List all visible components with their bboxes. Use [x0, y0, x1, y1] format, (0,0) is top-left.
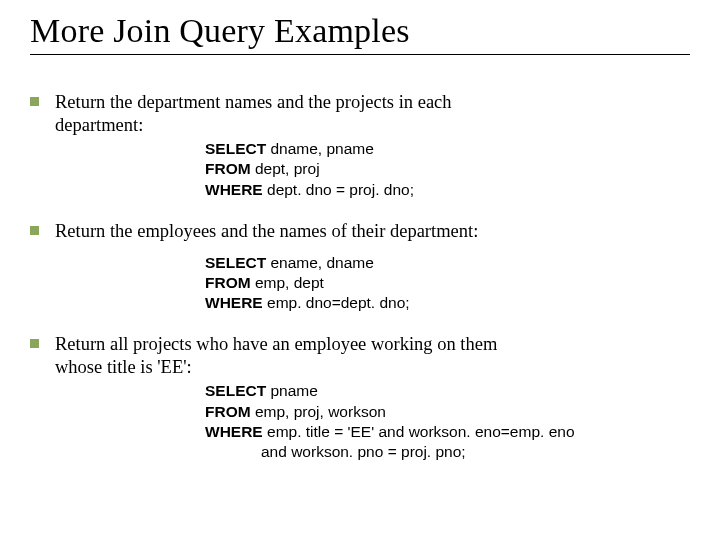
bullet-icon [30, 226, 39, 235]
title-rule [30, 54, 690, 55]
bullet-icon [30, 339, 39, 348]
item-intro-line1: Return the employees and the names of th… [55, 220, 690, 243]
sql-where-kw: WHERE [205, 181, 263, 198]
sql-where-kw: WHERE [205, 294, 263, 311]
sql-select-rest: pname [266, 382, 318, 399]
sql-from-kw: FROM [205, 160, 251, 177]
slide-title: More Join Query Examples [30, 12, 690, 50]
list-item: Return all projects who have an employee… [30, 333, 690, 476]
item-body: Return the employees and the names of th… [55, 220, 690, 328]
sql-where-kw: WHERE [205, 423, 263, 440]
sql-where-extra: and workson. pno = proj. pno; [205, 443, 466, 460]
item-body: Return the department names and the proj… [55, 91, 690, 214]
spacer [55, 243, 690, 251]
sql-select-kw: SELECT [205, 140, 266, 157]
sql-select-kw: SELECT [205, 382, 266, 399]
sql-from-rest: dept, proj [251, 160, 320, 177]
list-item: Return the department names and the proj… [30, 91, 690, 214]
bullet-icon [30, 97, 39, 106]
sql-block: SELECT pname FROM emp, proj, workson WHE… [205, 381, 690, 462]
sql-from-rest: emp, dept [251, 274, 324, 291]
slide: More Join Query Examples Return the depa… [0, 0, 720, 502]
sql-select-rest: dname, pname [266, 140, 374, 157]
sql-from-rest: emp, proj, workson [251, 403, 386, 420]
sql-where-rest: emp. dno=dept. dno; [263, 294, 410, 311]
sql-where-rest: emp. title = 'EE' and workson. eno=emp. … [263, 423, 575, 440]
sql-select-kw: SELECT [205, 254, 266, 271]
sql-where-rest: dept. dno = proj. dno; [263, 181, 414, 198]
item-body: Return all projects who have an employee… [55, 333, 690, 476]
sql-from-kw: FROM [205, 403, 251, 420]
item-intro-line2: whose title is 'EE': [55, 356, 690, 379]
item-intro-line2: department: [55, 114, 690, 137]
item-intro-line1: Return the department names and the proj… [55, 91, 690, 114]
sql-select-rest: ename, dname [266, 254, 374, 271]
sql-block: SELECT ename, dname FROM emp, dept WHERE… [205, 253, 690, 313]
list-item: Return the employees and the names of th… [30, 220, 690, 328]
sql-block: SELECT dname, pname FROM dept, proj WHER… [205, 139, 690, 199]
item-intro-line1: Return all projects who have an employee… [55, 333, 690, 356]
sql-from-kw: FROM [205, 274, 251, 291]
